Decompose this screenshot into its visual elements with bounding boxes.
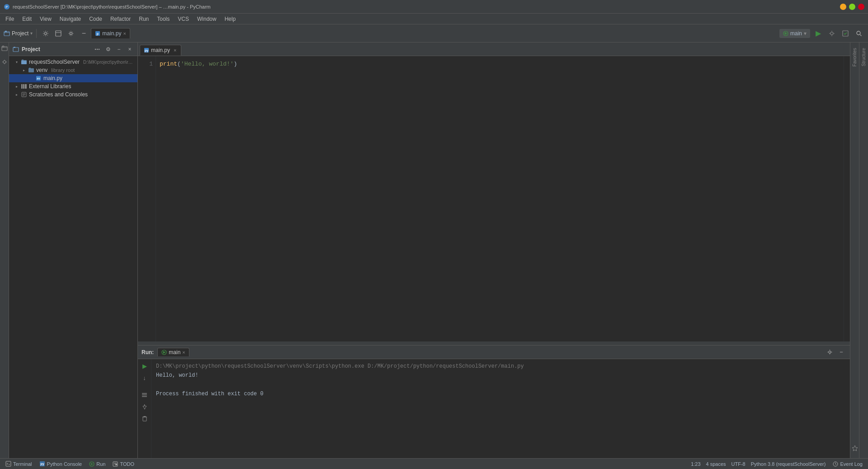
editor-tab-mainpy[interactable]: py main.py × [140, 45, 181, 56]
favorites-icon[interactable] [852, 445, 858, 456]
venv-expand-arrow[interactable]: ▸ [22, 68, 26, 72]
search-everywhere-btn[interactable] [854, 28, 864, 39]
run-pin-btn[interactable] [140, 402, 150, 412]
mainpy-arrow-placeholder [29, 76, 33, 81]
run-trash-btn[interactable] [140, 413, 150, 423]
project-dropdown[interactable]: Project ▾ [4, 30, 33, 37]
toolbar: Project ▾ − p main.py × [0, 24, 868, 43]
tree-item-external-libs[interactable]: ▸ External Libraries [9, 82, 137, 90]
event-log-btn[interactable]: Event Log [831, 461, 864, 467]
cursor-position[interactable]: 1:23 [691, 461, 700, 467]
run-button[interactable]: ▶ [813, 28, 824, 39]
scratches-arrow[interactable]: ▸ [14, 92, 19, 97]
tab-mainpy-label: main.py [151, 47, 170, 53]
menu-edit[interactable]: Edit [19, 15, 35, 23]
code-line-1: print('Hello, world!') [160, 60, 840, 69]
run-coverage-button[interactable] [840, 28, 851, 39]
run-tab-main[interactable]: main × [157, 348, 189, 356]
svg-rect-17 [13, 47, 19, 52]
code-area[interactable]: print('Hello, world!') [156, 56, 844, 341]
menu-vcs[interactable]: VCS [174, 15, 193, 23]
python-console-label: Python Console [47, 461, 82, 467]
toolbar-panel-btn[interactable] [53, 28, 64, 39]
menu-code[interactable]: Code [85, 15, 106, 23]
maximize-button[interactable]: □ [849, 4, 855, 10]
tab-python-icon: py [144, 47, 149, 53]
svg-marker-47 [91, 463, 93, 465]
toolbar-separator-1 [36, 29, 37, 38]
tab-close-icon[interactable]: × [123, 31, 126, 36]
settings-icon [42, 30, 49, 37]
terminal-icon [5, 461, 11, 467]
run-status-btn[interactable]: Run [87, 461, 107, 467]
todo-label: TODO [120, 461, 134, 467]
run-scroll-down-btn[interactable]: ↓ [140, 373, 150, 383]
sidebar-toggle-project[interactable] [0, 44, 9, 52]
editor-tab-main[interactable]: p main.py × [91, 28, 130, 38]
code-string: 'Hello, world!' [181, 61, 234, 67]
toolbar-gear-btn[interactable] [66, 28, 76, 39]
editor-scrollbar[interactable] [138, 341, 850, 345]
tab-filename: main.py [102, 30, 121, 37]
toolbar-minimize-panel-btn[interactable]: − [78, 28, 89, 39]
right-gutter [844, 56, 850, 341]
scratch-icon [21, 92, 27, 97]
editor-tabs: py main.py × [138, 43, 850, 56]
extlibs-icon [21, 83, 27, 90]
indent-info[interactable]: 4 spaces [706, 461, 726, 467]
svg-rect-43 [6, 461, 11, 466]
project-header-icon [13, 46, 19, 52]
tree-item-mainpy[interactable]: py main.py [9, 74, 137, 82]
run-status-label: Run [96, 461, 105, 467]
tree-item-root[interactable]: ▾ requestSchoolServer D:\MK\project\pyth… [9, 58, 137, 66]
run-panel-collapse-btn[interactable]: − [836, 347, 846, 357]
sidebar-commit-icon[interactable] [0, 58, 9, 66]
menu-tools[interactable]: Tools [153, 15, 173, 23]
menu-refactor[interactable]: Refactor [107, 15, 134, 23]
menu-navigate[interactable]: Navigate [56, 15, 85, 23]
structure-label[interactable]: Structure [861, 48, 866, 66]
run-fold-btn[interactable] [140, 390, 150, 400]
terminal-btn[interactable]: Terminal [4, 461, 34, 467]
svg-point-4 [45, 32, 47, 34]
run-panel-settings-btn[interactable] [825, 347, 835, 357]
close-button[interactable]: × [858, 4, 864, 10]
menu-file[interactable]: File [2, 15, 18, 23]
run-config-selector[interactable]: main ▾ [779, 29, 810, 38]
debug-button[interactable] [826, 28, 837, 39]
project-panel-settings-btn[interactable]: ⚙ [104, 45, 112, 53]
menu-run[interactable]: Run [135, 15, 152, 23]
encoding[interactable]: UTF-8 [731, 461, 745, 467]
editor-content[interactable]: 1 print('Hello, world!') [138, 56, 850, 341]
run-rerun-btn[interactable]: ▶ [140, 361, 150, 371]
project-panel-close-btn[interactable]: × [126, 45, 134, 53]
python-console-btn[interactable]: py Python Console [38, 461, 84, 467]
toolbar-settings-btn[interactable] [40, 28, 51, 39]
todo-btn[interactable]: TODO [111, 461, 136, 467]
menu-view[interactable]: View [36, 15, 55, 23]
code-paren-close: ) [234, 61, 237, 67]
svg-rect-24 [22, 60, 24, 61]
interpreter-info[interactable]: Python 3.8 (requestSchoolServer) [751, 461, 826, 467]
scratches-icon [21, 91, 27, 98]
menu-window[interactable]: Window [193, 15, 220, 23]
project-panel-minus-btn[interactable]: − [115, 45, 123, 53]
menu-help[interactable]: Help [221, 15, 240, 23]
fold-icon [142, 392, 147, 398]
tree-item-scratches[interactable]: ▸ Scratches and Consoles [9, 90, 137, 99]
tree-item-venv[interactable]: ▸ venv library root [9, 66, 137, 74]
pin-icon [142, 404, 147, 410]
folder-icon [1, 45, 8, 52]
run-tab-label: main [169, 349, 180, 355]
minimize-button[interactable]: − [840, 4, 846, 10]
run-tab-close-btn[interactable]: × [182, 350, 185, 355]
run-panel-body: ▶ ↓ [138, 359, 850, 458]
favorites-label[interactable]: Favorites [852, 48, 857, 66]
root-expand-arrow[interactable]: ▾ [14, 60, 19, 64]
star-icon [852, 445, 858, 451]
project-panel-options-btn[interactable] [93, 45, 101, 53]
structure-bar: Structure [859, 43, 868, 458]
tab-close-btn[interactable]: × [174, 47, 176, 53]
extlibs-arrow[interactable]: ▸ [14, 84, 19, 89]
python-file-icon: p [95, 31, 100, 36]
